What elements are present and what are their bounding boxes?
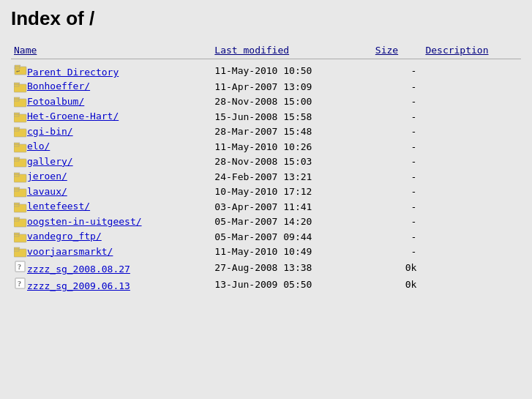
svg-rect-5 (14, 84, 19, 86)
col-name[interactable]: Name (11, 42, 211, 59)
table-row: ? zzzz_sg_2009.06.1313-Jun-2009 05:500k (11, 276, 521, 293)
date-cell: 11-May-2010 10:49 (211, 245, 372, 260)
desc-cell (422, 109, 521, 124)
svg-marker-24 (14, 173, 20, 174)
folder-icon (14, 186, 27, 198)
svg-text:?: ? (18, 280, 21, 288)
desc-cell (422, 276, 521, 293)
desc-cell (422, 245, 521, 260)
file-link[interactable]: Fotoalbum/ (27, 96, 84, 107)
file-link[interactable]: Het-Groene-Hart/ (27, 111, 119, 122)
svg-rect-38 (14, 249, 19, 251)
folder-icon (14, 216, 27, 228)
file-link[interactable]: zzzz_sg_2008.08.27 (27, 264, 130, 275)
file-link[interactable]: oogsten-in-uitgeest/ (27, 216, 142, 227)
folder-icon (14, 126, 27, 138)
file-link[interactable]: elo/ (27, 141, 50, 152)
svg-rect-32 (14, 219, 19, 221)
desc-cell (422, 215, 521, 230)
col-description[interactable]: Description (422, 42, 521, 59)
desc-cell (422, 139, 521, 154)
size-cell: - (372, 199, 423, 215)
table-row: oogsten-in-uitgeest/05-Mar-2007 14:20- (11, 215, 521, 230)
file-link[interactable]: vandegro_ftp/ (27, 231, 102, 242)
svg-text:↩: ↩ (16, 68, 20, 75)
date-cell: 05-Mar-2007 09:44 (211, 229, 372, 245)
table-row: Het-Groene-Hart/15-Jun-2008 15:58- (11, 109, 521, 124)
size-cell: - (372, 245, 423, 260)
folder-icon (14, 156, 27, 168)
col-last-modified[interactable]: Last modified (211, 42, 372, 59)
table-row: cgi-bin/28-Mar-2007 15:48- (11, 124, 521, 140)
folder-icon (14, 201, 27, 213)
svg-rect-8 (14, 99, 19, 101)
svg-marker-36 (14, 233, 20, 234)
folder-icon (14, 231, 27, 243)
date-cell: 27-Aug-2008 13:38 (211, 259, 372, 276)
date-cell: 11-May-2010 10:50 (211, 62, 372, 79)
size-cell: - (372, 139, 423, 154)
desc-cell (422, 229, 521, 245)
size-cell: - (372, 169, 423, 184)
desc-cell (422, 154, 521, 170)
desc-cell (422, 124, 521, 140)
desc-cell (422, 62, 521, 79)
size-cell: - (372, 109, 423, 124)
svg-marker-6 (14, 83, 20, 84)
svg-text:?: ? (18, 263, 21, 271)
svg-marker-21 (14, 157, 20, 159)
svg-marker-15 (14, 127, 20, 129)
table-row: Fotoalbum/28-Nov-2008 15:00- (11, 94, 521, 110)
date-cell: 24-Feb-2007 13:21 (211, 169, 372, 184)
folder-icon (14, 246, 27, 258)
desc-cell (422, 94, 521, 110)
date-cell: 28-Nov-2008 15:03 (211, 154, 372, 170)
folder-icon (14, 81, 27, 93)
size-cell: 0k (372, 276, 423, 293)
folder-icon (14, 96, 27, 108)
date-cell: 05-Mar-2007 14:20 (211, 215, 372, 230)
file-link[interactable]: Parent Directory (27, 67, 119, 78)
size-cell: - (372, 154, 423, 170)
table-row: lentefeest/03-Apr-2007 11:41- (11, 199, 521, 215)
svg-rect-23 (14, 174, 19, 176)
size-cell: - (372, 62, 423, 79)
folder-icon (14, 111, 27, 123)
size-cell: - (372, 215, 423, 230)
svg-marker-30 (14, 203, 20, 204)
folder-icon (14, 141, 27, 153)
svg-rect-35 (14, 234, 19, 236)
svg-rect-29 (14, 204, 19, 206)
file-link[interactable]: zzzz_sg_2009.06.13 (27, 280, 130, 291)
table-row: lavaux/10-May-2010 17:12- (11, 184, 521, 200)
desc-cell (422, 169, 521, 184)
desc-cell (422, 199, 521, 215)
file-link[interactable]: lavaux/ (27, 186, 67, 197)
file-link[interactable]: cgi-bin/ (27, 126, 73, 137)
file-link[interactable]: jeroen/ (27, 171, 67, 182)
file-link[interactable]: gallery/ (27, 156, 73, 167)
size-cell: - (372, 229, 423, 245)
file-link[interactable]: Bonhoeffer/ (27, 81, 90, 92)
svg-rect-11 (14, 114, 19, 116)
file-icon: ? (14, 280, 27, 291)
file-link[interactable]: voorjaarsmarkt/ (27, 246, 113, 257)
size-cell: - (372, 94, 423, 110)
desc-cell (422, 259, 521, 276)
date-cell: 11-Apr-2007 13:09 (211, 79, 372, 94)
svg-marker-2 (15, 65, 20, 67)
table-row: voorjaarsmarkt/11-May-2010 10:49- (11, 245, 521, 260)
file-icon: ? (14, 264, 27, 275)
col-size[interactable]: Size (372, 42, 423, 59)
svg-marker-27 (14, 187, 20, 189)
date-cell: 15-Jun-2008 15:58 (211, 109, 372, 124)
table-row: gallery/28-Nov-2008 15:03- (11, 154, 521, 170)
svg-marker-33 (14, 217, 20, 219)
column-headers: Name Last modified Size Description (11, 42, 521, 59)
table-row: ↩ Parent Directory11-May-2010 10:50- (11, 62, 521, 79)
file-link[interactable]: lentefeest/ (27, 201, 90, 212)
svg-marker-39 (14, 247, 20, 249)
table-row: Bonhoeffer/11-Apr-2007 13:09- (11, 79, 521, 94)
table-row: vandegro_ftp/05-Mar-2007 09:44- (11, 229, 521, 245)
date-cell: 10-May-2010 17:12 (211, 184, 372, 200)
